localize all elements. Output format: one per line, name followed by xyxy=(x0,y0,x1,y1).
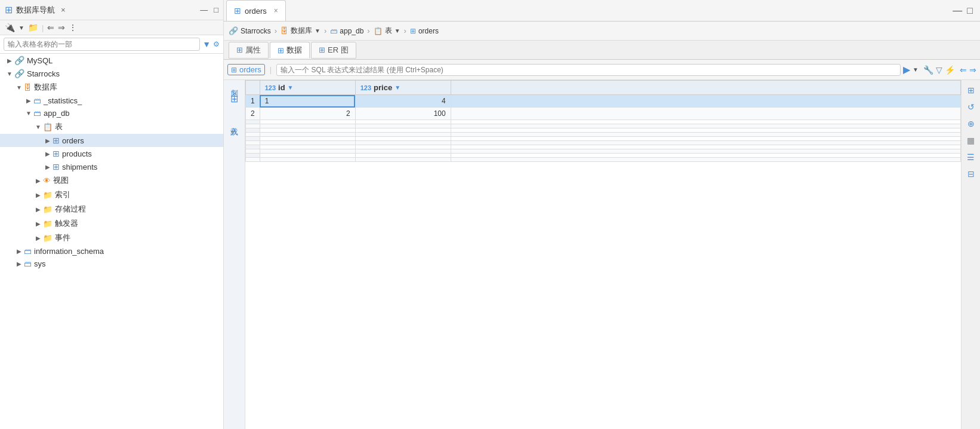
empty-extra xyxy=(451,128,960,133)
more-icon[interactable]: ⋮ xyxy=(69,23,77,32)
tree-item-starrocks[interactable]: 🔗 Starrocks xyxy=(0,67,223,80)
empty-price xyxy=(355,120,451,124)
col-id-sort[interactable]: ▼ xyxy=(288,84,294,91)
tree-item-tables[interactable]: 📋 表 xyxy=(0,119,223,134)
sidebar: ⊞ 数据库导航 × — □ 🔌 ▼ 📁 | ⇐ ⇒ ⋮ ▼ ⚙ xyxy=(0,0,224,429)
sidebar-maximize-btn[interactable]: □ xyxy=(214,5,218,14)
filter-icon[interactable]: ▼ xyxy=(202,39,211,49)
data-table-container: 123 id ▼ 123 price ▼ xyxy=(245,80,961,429)
table-row[interactable]: 2 2 100 xyxy=(246,108,961,120)
tree-item-app-db[interactable]: 🗃 app_db xyxy=(0,107,223,119)
row2-id[interactable]: 2 xyxy=(260,108,355,120)
row2-price[interactable]: 100 xyxy=(355,108,451,120)
tree-item-info-schema[interactable]: 🗃 information_schema xyxy=(0,245,223,258)
tab-properties[interactable]: ⊞ 属性 xyxy=(229,42,269,59)
bc-db-dropdown[interactable]: ▼ xyxy=(315,27,320,34)
tree-item-products[interactable]: ⊞ products xyxy=(0,147,223,160)
bc-table-dropdown[interactable]: ▼ xyxy=(395,27,400,34)
table-row-empty xyxy=(246,124,961,128)
tab-er[interactable]: ⊞ ER 图 xyxy=(311,42,356,59)
bc-table: 表 xyxy=(385,26,392,36)
products-table-icon: ⊞ xyxy=(53,149,60,158)
tree-item-statistics[interactable]: 🗃 _statistics_ xyxy=(0,94,223,107)
sql-run-icon[interactable]: ▶ xyxy=(903,64,910,75)
win-minimize-btn[interactable]: — xyxy=(953,5,962,16)
tree-arrow-products xyxy=(43,151,53,157)
products-label: products xyxy=(62,149,92,158)
collapse-all-icon[interactable]: ⇐ xyxy=(47,23,54,32)
table-row[interactable]: 1 1 4 xyxy=(246,95,961,108)
tree-item-triggers[interactable]: 📁 触发器 xyxy=(0,216,223,231)
mysql-label: MySQL xyxy=(27,56,53,65)
empty-id xyxy=(260,128,355,133)
filter-settings-icon[interactable]: ⚙ xyxy=(213,40,220,48)
sql-nav-right[interactable]: ⇒ xyxy=(969,65,976,75)
save-action-icon[interactable]: ↓ xyxy=(230,130,239,134)
sql-filter-icon1[interactable]: 🔧 xyxy=(923,65,933,75)
expand-all-icon[interactable]: ⇒ xyxy=(58,23,65,32)
info-schema-label: information_schema xyxy=(34,247,104,256)
sql-nav-left[interactable]: ⇐ xyxy=(960,65,967,75)
empty-extra xyxy=(451,133,960,137)
empty-extra xyxy=(451,141,960,145)
sql-filter-input[interactable] xyxy=(276,64,901,76)
sql-filter-icon3[interactable]: ⚡ xyxy=(945,65,955,75)
sys-label: sys xyxy=(34,259,46,268)
connect-dropdown-icon[interactable]: ▼ xyxy=(19,24,24,31)
tab-data[interactable]: ⊞ 数据 xyxy=(270,42,310,58)
sidebar-minimize-btn[interactable]: — xyxy=(200,5,208,14)
tree-item-sys[interactable]: 🗃 sys xyxy=(0,258,223,270)
grid-view-icon[interactable]: ⊞ xyxy=(230,93,238,105)
win-maximize-btn[interactable]: □ xyxy=(967,5,973,16)
tree-arrow-statistics xyxy=(24,97,33,104)
empty-price xyxy=(355,141,451,145)
right-icon-refresh[interactable]: ↺ xyxy=(966,100,976,114)
bc-database-icon: 🗄 xyxy=(281,26,288,35)
tree-item-views[interactable]: 👁 视图 xyxy=(0,173,223,188)
empty-num xyxy=(246,120,260,124)
search-input[interactable] xyxy=(4,38,200,51)
tree-item-orders[interactable]: ⊞ orders xyxy=(0,134,223,147)
row1-id[interactable]: 1 xyxy=(260,95,355,108)
tree-item-indexes[interactable]: 📁 索引 xyxy=(0,188,223,202)
sidebar-close-btn[interactable]: × xyxy=(61,5,66,14)
tree-item-db-group[interactable]: 🗄 数据库 xyxy=(0,80,223,94)
orders-label: orders xyxy=(62,136,84,145)
col-header-price[interactable]: 123 price ▼ xyxy=(355,81,451,95)
col-price-sort[interactable]: ▼ xyxy=(395,84,400,91)
row-select-icon[interactable]: 划区 xyxy=(229,84,239,86)
right-icon-grid[interactable]: ⊞ xyxy=(966,84,976,97)
events-label: 事件 xyxy=(55,232,70,243)
db-group-label: 数据库 xyxy=(34,82,57,93)
tab-orders-close[interactable]: × xyxy=(274,7,278,14)
new-folder-icon[interactable]: 📁 xyxy=(28,23,38,32)
right-icon-table2[interactable]: ▦ xyxy=(965,134,976,147)
empty-id xyxy=(260,120,355,124)
empty-id xyxy=(260,158,355,162)
tree-item-shipments[interactable]: ⊞ shipments xyxy=(0,160,223,173)
tree-item-procs[interactable]: 📁 存储过程 xyxy=(0,202,223,216)
tree-item-events[interactable]: 📁 事件 xyxy=(0,231,223,245)
tab-properties-icon: ⊞ xyxy=(236,45,243,54)
right-icon-minus[interactable]: ⊟ xyxy=(966,167,976,180)
tree-item-mysql[interactable]: 🔗 MySQL xyxy=(0,54,223,67)
procs-label: 存储过程 xyxy=(55,204,86,214)
sql-filter-icon2[interactable]: ▽ xyxy=(936,65,942,75)
col-header-id[interactable]: 123 id ▼ xyxy=(260,81,355,95)
col-id-type: 123 xyxy=(265,84,276,91)
table-row-empty xyxy=(246,158,961,162)
sql-run-dropdown-icon[interactable]: ▼ xyxy=(913,66,919,73)
sql-badge-icon: ⊞ xyxy=(231,66,237,74)
table-row-empty xyxy=(246,149,961,154)
right-icon-list[interactable]: ☰ xyxy=(965,151,976,164)
row1-price[interactable]: 4 xyxy=(355,95,451,108)
connect-icon[interactable]: 🔌 xyxy=(5,23,15,32)
content-area: ⊞ orders × — □ 🔗 Starrocks › 🗄 数据库 ▼ › 🗃… xyxy=(224,0,980,429)
tab-orders[interactable]: ⊞ orders × xyxy=(226,0,286,21)
tree-arrow-views xyxy=(33,177,43,184)
tab-orders-icon: ⊞ xyxy=(234,6,241,16)
triggers-icon: 📁 xyxy=(43,219,53,228)
table-row-empty xyxy=(246,137,961,141)
right-icon-circle[interactable]: ⊕ xyxy=(966,117,976,130)
breadcrumb-bar: 🔗 Starrocks › 🗄 数据库 ▼ › 🗃 app_db › 📋 表 ▼… xyxy=(224,22,980,41)
